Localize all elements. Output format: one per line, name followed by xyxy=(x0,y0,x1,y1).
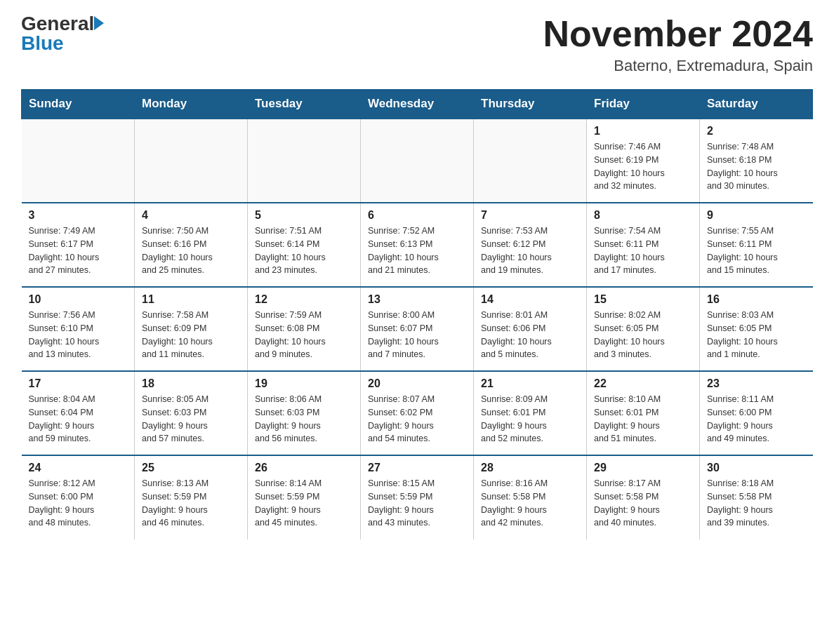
calendar-cell: 28Sunrise: 8:16 AM Sunset: 5:58 PM Dayli… xyxy=(474,455,587,539)
week-row-1: 1Sunrise: 7:46 AM Sunset: 6:19 PM Daylig… xyxy=(22,119,813,203)
day-number: 9 xyxy=(707,209,806,222)
day-info: Sunrise: 7:48 AM Sunset: 6:18 PM Dayligh… xyxy=(707,140,806,193)
day-number: 28 xyxy=(481,462,579,474)
day-info: Sunrise: 7:55 AM Sunset: 6:11 PM Dayligh… xyxy=(707,224,806,277)
calendar-cell: 9Sunrise: 7:55 AM Sunset: 6:11 PM Daylig… xyxy=(700,203,813,287)
calendar-cell: 26Sunrise: 8:14 AM Sunset: 5:59 PM Dayli… xyxy=(248,455,361,539)
calendar-cell xyxy=(361,119,474,203)
day-info: Sunrise: 8:13 AM Sunset: 5:59 PM Dayligh… xyxy=(142,477,240,530)
day-info: Sunrise: 8:03 AM Sunset: 6:05 PM Dayligh… xyxy=(707,309,806,361)
day-number: 27 xyxy=(368,462,466,474)
calendar-cell: 27Sunrise: 8:15 AM Sunset: 5:59 PM Dayli… xyxy=(361,455,474,539)
calendar-cell: 14Sunrise: 8:01 AM Sunset: 6:06 PM Dayli… xyxy=(474,287,587,371)
calendar-cell: 8Sunrise: 7:54 AM Sunset: 6:11 PM Daylig… xyxy=(587,203,700,287)
day-number: 4 xyxy=(142,209,240,222)
weekday-header-saturday: Saturday xyxy=(700,90,813,119)
day-number: 17 xyxy=(29,377,128,390)
logo-general-text: General xyxy=(21,14,105,34)
calendar-header: SundayMondayTuesdayWednesdayThursdayFrid… xyxy=(22,90,813,119)
logo-blue-text: Blue xyxy=(21,34,64,53)
calendar-cell: 16Sunrise: 8:03 AM Sunset: 6:05 PM Dayli… xyxy=(700,287,813,371)
day-number: 30 xyxy=(707,462,806,474)
day-number: 8 xyxy=(594,209,692,222)
day-number: 23 xyxy=(707,377,806,390)
calendar-cell xyxy=(248,119,361,203)
week-row-4: 17Sunrise: 8:04 AM Sunset: 6:04 PM Dayli… xyxy=(22,371,813,455)
day-info: Sunrise: 7:50 AM Sunset: 6:16 PM Dayligh… xyxy=(142,224,240,277)
day-info: Sunrise: 7:56 AM Sunset: 6:10 PM Dayligh… xyxy=(29,309,128,361)
calendar-cell: 23Sunrise: 8:11 AM Sunset: 6:00 PM Dayli… xyxy=(700,371,813,455)
weekday-header-thursday: Thursday xyxy=(474,90,587,119)
location-subtitle: Baterno, Extremadura, Spain xyxy=(543,57,813,75)
day-number: 16 xyxy=(707,293,806,306)
day-number: 1 xyxy=(594,125,692,137)
day-info: Sunrise: 8:07 AM Sunset: 6:02 PM Dayligh… xyxy=(368,393,466,445)
calendar-cell xyxy=(22,119,135,203)
day-number: 5 xyxy=(255,209,353,222)
calendar-cell: 15Sunrise: 8:02 AM Sunset: 6:05 PM Dayli… xyxy=(587,287,700,371)
weekday-header-row: SundayMondayTuesdayWednesdayThursdayFrid… xyxy=(22,90,813,119)
calendar-cell: 21Sunrise: 8:09 AM Sunset: 6:01 PM Dayli… xyxy=(474,371,587,455)
calendar-cell: 24Sunrise: 8:12 AM Sunset: 6:00 PM Dayli… xyxy=(22,455,135,539)
day-info: Sunrise: 7:49 AM Sunset: 6:17 PM Dayligh… xyxy=(29,224,128,277)
day-number: 10 xyxy=(29,293,128,306)
day-number: 22 xyxy=(594,377,692,390)
calendar-cell: 13Sunrise: 8:00 AM Sunset: 6:07 PM Dayli… xyxy=(361,287,474,371)
day-info: Sunrise: 8:01 AM Sunset: 6:06 PM Dayligh… xyxy=(481,309,579,361)
day-info: Sunrise: 7:58 AM Sunset: 6:09 PM Dayligh… xyxy=(142,309,240,361)
day-number: 19 xyxy=(255,377,353,390)
day-info: Sunrise: 7:51 AM Sunset: 6:14 PM Dayligh… xyxy=(255,224,353,277)
day-info: Sunrise: 8:02 AM Sunset: 6:05 PM Dayligh… xyxy=(594,309,692,361)
week-row-3: 10Sunrise: 7:56 AM Sunset: 6:10 PM Dayli… xyxy=(22,287,813,371)
weekday-header-tuesday: Tuesday xyxy=(248,90,361,119)
day-number: 25 xyxy=(142,462,240,474)
calendar-body: 1Sunrise: 7:46 AM Sunset: 6:19 PM Daylig… xyxy=(22,119,813,539)
calendar-cell: 25Sunrise: 8:13 AM Sunset: 5:59 PM Dayli… xyxy=(135,455,248,539)
week-row-2: 3Sunrise: 7:49 AM Sunset: 6:17 PM Daylig… xyxy=(22,203,813,287)
calendar-cell: 30Sunrise: 8:18 AM Sunset: 5:58 PM Dayli… xyxy=(700,455,813,539)
calendar-cell: 11Sunrise: 7:58 AM Sunset: 6:09 PM Dayli… xyxy=(135,287,248,371)
day-number: 24 xyxy=(29,462,128,474)
day-info: Sunrise: 8:17 AM Sunset: 5:58 PM Dayligh… xyxy=(594,477,692,530)
calendar-cell: 10Sunrise: 7:56 AM Sunset: 6:10 PM Dayli… xyxy=(22,287,135,371)
calendar-cell: 19Sunrise: 8:06 AM Sunset: 6:03 PM Dayli… xyxy=(248,371,361,455)
day-number: 14 xyxy=(481,293,579,306)
day-info: Sunrise: 8:11 AM Sunset: 6:00 PM Dayligh… xyxy=(707,393,806,445)
calendar-cell: 4Sunrise: 7:50 AM Sunset: 6:16 PM Daylig… xyxy=(135,203,248,287)
weekday-header-wednesday: Wednesday xyxy=(361,90,474,119)
calendar-cell: 22Sunrise: 8:10 AM Sunset: 6:01 PM Dayli… xyxy=(587,371,700,455)
week-row-5: 24Sunrise: 8:12 AM Sunset: 6:00 PM Dayli… xyxy=(22,455,813,539)
logo: General Blue xyxy=(21,14,105,53)
weekday-header-monday: Monday xyxy=(135,90,248,119)
day-number: 29 xyxy=(594,462,692,474)
day-info: Sunrise: 8:12 AM Sunset: 6:00 PM Dayligh… xyxy=(29,477,128,530)
day-info: Sunrise: 8:15 AM Sunset: 5:59 PM Dayligh… xyxy=(368,477,466,530)
calendar-cell xyxy=(135,119,248,203)
day-info: Sunrise: 8:06 AM Sunset: 6:03 PM Dayligh… xyxy=(255,393,353,445)
day-number: 13 xyxy=(368,293,466,306)
title-area: November 2024 Baterno, Extremadura, Spai… xyxy=(543,14,813,75)
day-info: Sunrise: 7:54 AM Sunset: 6:11 PM Dayligh… xyxy=(594,224,692,277)
day-info: Sunrise: 8:14 AM Sunset: 5:59 PM Dayligh… xyxy=(255,477,353,530)
day-number: 15 xyxy=(594,293,692,306)
day-number: 2 xyxy=(707,125,806,137)
calendar-cell: 3Sunrise: 7:49 AM Sunset: 6:17 PM Daylig… xyxy=(22,203,135,287)
day-info: Sunrise: 8:09 AM Sunset: 6:01 PM Dayligh… xyxy=(481,393,579,445)
day-info: Sunrise: 7:53 AM Sunset: 6:12 PM Dayligh… xyxy=(481,224,579,277)
day-info: Sunrise: 7:52 AM Sunset: 6:13 PM Dayligh… xyxy=(368,224,466,277)
day-number: 12 xyxy=(255,293,353,306)
day-number: 21 xyxy=(481,377,579,390)
calendar-cell: 1Sunrise: 7:46 AM Sunset: 6:19 PM Daylig… xyxy=(587,119,700,203)
day-info: Sunrise: 8:04 AM Sunset: 6:04 PM Dayligh… xyxy=(29,393,128,445)
month-title: November 2024 xyxy=(543,14,813,54)
day-number: 26 xyxy=(255,462,353,474)
day-number: 20 xyxy=(368,377,466,390)
day-number: 18 xyxy=(142,377,240,390)
weekday-header-friday: Friday xyxy=(587,90,700,119)
day-number: 11 xyxy=(142,293,240,306)
calendar-cell: 2Sunrise: 7:48 AM Sunset: 6:18 PM Daylig… xyxy=(700,119,813,203)
logo-triangle-icon xyxy=(94,16,104,30)
day-info: Sunrise: 8:00 AM Sunset: 6:07 PM Dayligh… xyxy=(368,309,466,361)
calendar-cell: 18Sunrise: 8:05 AM Sunset: 6:03 PM Dayli… xyxy=(135,371,248,455)
calendar-cell: 29Sunrise: 8:17 AM Sunset: 5:58 PM Dayli… xyxy=(587,455,700,539)
